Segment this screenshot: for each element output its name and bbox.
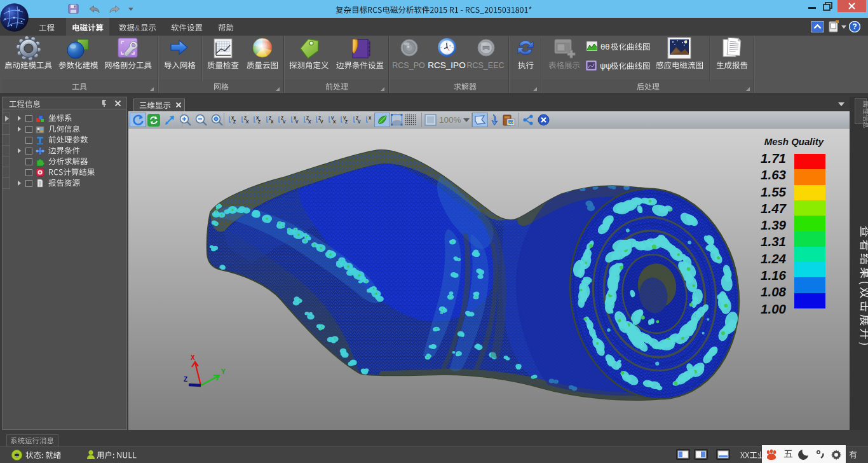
- svg-text:?: ?: [852, 22, 857, 31]
- svg-text:X: X: [333, 120, 336, 124]
- svg-text:V: V: [320, 120, 323, 124]
- svg-text:Z: Z: [233, 120, 236, 124]
- svg-text:Y: Y: [221, 368, 226, 375]
- svg-text:V: V: [283, 120, 286, 124]
- svg-text:Z: Z: [258, 120, 261, 124]
- svg-text:X: X: [308, 120, 311, 124]
- svg-text:X: X: [271, 120, 274, 124]
- svg-text:X: X: [191, 354, 195, 361]
- svg-text:Z: Z: [184, 376, 187, 383]
- svg-text:V: V: [358, 120, 361, 124]
- svg-text:X: X: [246, 120, 249, 124]
- svg-text:V: V: [295, 120, 299, 124]
- svg-text:Z: Z: [345, 120, 348, 124]
- svg-text:X: X: [369, 116, 372, 120]
